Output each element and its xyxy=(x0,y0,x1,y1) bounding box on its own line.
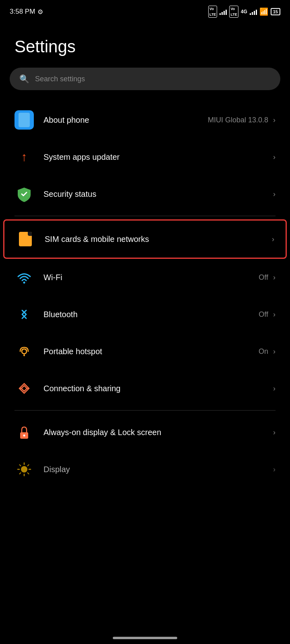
svg-marker-4 xyxy=(21,386,27,391)
system-apps-chevron: › xyxy=(273,153,276,161)
about-phone-value: MIUI Global 13.0.8 xyxy=(208,116,268,124)
search-bar[interactable]: 🔍 Search settings xyxy=(10,68,280,90)
sim-icon xyxy=(16,229,35,249)
volte-badge-1: VoLTE xyxy=(208,6,217,18)
settings-item-bluetooth[interactable]: Bluetooth Off › xyxy=(0,296,290,333)
svg-line-16 xyxy=(28,465,29,466)
svg-line-17 xyxy=(20,473,21,474)
status-right-icons: VoLTE VoLTE 4G 📶 15 xyxy=(208,6,280,18)
about-phone-chevron: › xyxy=(273,116,276,124)
display-icon xyxy=(14,460,34,479)
settings-item-display[interactable]: Display › xyxy=(0,451,290,488)
display-chevron: › xyxy=(273,465,276,474)
network-4g: 4G xyxy=(241,9,247,14)
lock-icon xyxy=(14,423,34,442)
svg-point-9 xyxy=(21,466,27,473)
hotspot-icon xyxy=(14,342,34,361)
about-phone-content: About phone xyxy=(44,116,208,125)
search-placeholder: Search settings xyxy=(35,75,85,83)
bluetooth-label: Bluetooth xyxy=(44,310,78,319)
hotspot-value: On xyxy=(259,347,268,356)
svg-line-14 xyxy=(20,465,21,466)
settings-item-wifi[interactable]: Wi-Fi Off › xyxy=(0,259,290,296)
settings-item-about-phone[interactable]: About phone MIUI Global 13.0.8 › xyxy=(0,101,290,138)
status-bar: 3:58 PM ⚙ VoLTE VoLTE 4G 📶 15 xyxy=(0,0,290,21)
time-display: 3:58 PM xyxy=(10,8,35,16)
sim-cards-chevron: › xyxy=(272,235,274,244)
settings-item-always-on-display[interactable]: Always-on display & Lock screen › xyxy=(0,414,290,451)
section-top: About phone MIUI Global 13.0.8 › ↑ Syste… xyxy=(0,101,290,213)
status-time: 3:58 PM ⚙ xyxy=(10,8,43,16)
settings-item-hotspot[interactable]: Portable hotspot On › xyxy=(0,333,290,370)
bottom-nav-indicator xyxy=(113,637,177,639)
section-display: Always-on display & Lock screen › Displa… xyxy=(0,414,290,488)
wifi-icon xyxy=(14,268,34,287)
about-phone-right: MIUI Global 13.0.8 › xyxy=(208,116,276,124)
wifi-chevron: › xyxy=(273,273,276,282)
signal-bars-2 xyxy=(250,8,257,15)
settings-item-connection-sharing[interactable]: Connection & sharing › xyxy=(0,370,290,407)
wifi-label: Wi-Fi xyxy=(44,273,62,282)
settings-gear-icon: ⚙ xyxy=(37,8,43,16)
security-status-label: Security status xyxy=(44,190,96,198)
hotspot-label: Portable hotspot xyxy=(44,347,102,356)
phone-icon xyxy=(14,110,34,130)
bluetooth-icon xyxy=(14,305,34,324)
battery-level: 15 xyxy=(273,9,278,14)
bluetooth-value: Off xyxy=(259,310,268,319)
arrow-up-icon: ↑ xyxy=(14,147,34,167)
wifi-value: Off xyxy=(259,273,268,282)
about-phone-label: About phone xyxy=(44,116,89,124)
system-apps-label: System apps updater xyxy=(44,153,120,161)
connection-sharing-label: Connection & sharing xyxy=(44,384,120,393)
bluetooth-chevron: › xyxy=(273,310,276,319)
signal-bars-1 xyxy=(220,8,227,15)
shield-icon xyxy=(14,184,34,204)
search-icon: 🔍 xyxy=(19,74,29,84)
sim-cards-label: SIM cards & mobile networks xyxy=(45,235,149,244)
volte-badge-2: VoLTE xyxy=(229,6,238,18)
svg-point-8 xyxy=(23,435,25,437)
battery-indicator: 15 xyxy=(271,8,280,15)
wifi-status-icon: 📶 xyxy=(259,7,268,16)
always-on-display-chevron: › xyxy=(273,428,276,437)
settings-item-system-apps[interactable]: ↑ System apps updater › xyxy=(0,138,290,175)
connection-sharing-chevron: › xyxy=(273,384,276,393)
connection-icon xyxy=(14,379,34,398)
display-label: Display xyxy=(44,465,70,474)
security-status-chevron: › xyxy=(273,190,276,198)
settings-item-security-status[interactable]: Security status › xyxy=(0,175,290,213)
always-on-display-label: Always-on display & Lock screen xyxy=(44,428,161,437)
section-connectivity: SIM cards & mobile networks › Wi-Fi Off … xyxy=(0,219,290,407)
divider-2 xyxy=(14,410,276,411)
settings-item-sim-cards[interactable]: SIM cards & mobile networks › xyxy=(3,219,287,259)
svg-point-0 xyxy=(23,282,25,284)
divider-1 xyxy=(14,216,276,216)
page-title: Settings xyxy=(0,21,290,68)
hotspot-chevron: › xyxy=(273,347,276,356)
svg-line-15 xyxy=(28,473,29,474)
